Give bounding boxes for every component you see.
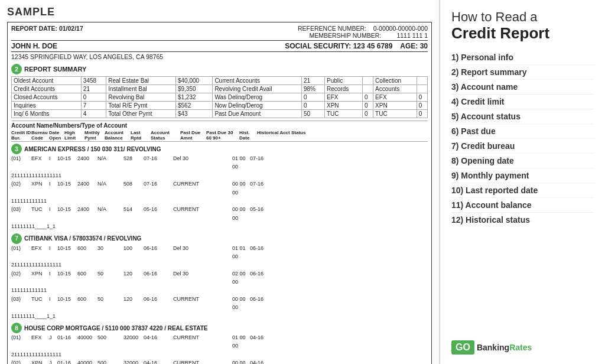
logo-area: GO Banking Rates [451, 340, 594, 355]
report-summary-section: 2 REPORT SUMMARY [11, 64, 428, 74]
badge-8: 8 [11, 323, 22, 333]
reference-block: REFERENCE NUMBER: 0-00000-00000-000 MEMB… [298, 25, 428, 39]
citibank-name: CITIBANK VISA / 578033574 / REVOLVING [24, 235, 141, 242]
list-item: 8) Opening date [451, 154, 594, 168]
list-item: 6) Past due [451, 124, 594, 139]
amex-name: AMERICAN EXPRESS / 150 030 311/ REVOLVIN… [24, 146, 161, 152]
badge-3: 3 [11, 144, 22, 154]
summary-table: Oldest Account3458 Real Estate Bal$40,00… [11, 76, 428, 118]
list-item: 7) Credit bureau [451, 139, 594, 154]
mortgage-name: HOUSE CORP MORTGAGE / 5110 000 37837 422… [24, 325, 208, 332]
right-title-line2: Credit Report [451, 25, 594, 42]
social-security: SOCIAL SECURITY: 123 45 6789 AGE: 30 [285, 42, 428, 50]
list-item: 12) Historical status [451, 213, 594, 227]
report-date: REPORT DATE: 01/02/17 [11, 25, 83, 39]
mortgage-row-2: (02)XPNJ01-16400005003200004-16CURRENT00… [11, 359, 428, 364]
report-box: REPORT DATE: 01/02/17 REFERENCE NUMBER: … [7, 22, 432, 364]
address-row: 12345 SPRINGFIELD WAY, LOS ANGELES, CA 9… [11, 51, 428, 60]
list-item: 9) Monthly payment [451, 168, 594, 183]
list-item: 2) Report summary [451, 65, 594, 80]
list-item: 4) Credit limit [451, 95, 594, 109]
table-row: Inq/ 6 Months4 Total Other Pymt$43 Past … [12, 110, 428, 118]
sample-label: SAMPLE [7, 6, 432, 18]
name-row: JOHN H. DOE SOCIAL SECURITY: 123 45 6789… [11, 40, 428, 50]
citibank-section: 7 CITIBANK VISA / 578033574 / REVOLVING [11, 233, 428, 244]
amex-section: 3 AMERICAN EXPRESS / 150 030 311/ REVOLV… [11, 144, 428, 154]
right-list: 1) Personal info 2) Report summary 3) Ac… [451, 50, 594, 334]
table-row: Inquiries7 Total R/E Pymt$562 Now Delinq… [12, 102, 428, 110]
badge-2: 2 [11, 64, 22, 74]
table-row: Credit Accounts21 Installment Bal$9,350 … [12, 85, 428, 93]
left-panel: SAMPLE REPORT DATE: 01/02/17 REFERENCE N… [0, 0, 440, 364]
list-item: 10) Last reported date [451, 183, 594, 198]
acct-section-header: Account Name/Numbers/Type of Account [11, 121, 428, 129]
logo-rates: Rates [509, 343, 532, 352]
logo-banking: Banking [477, 343, 509, 352]
person-name: JOHN H. DOE [11, 42, 57, 50]
citibank-row-2: (02)XPNI10-156005012006-16Del 3002 00 00… [11, 269, 428, 295]
mortgage-section: 8 HOUSE CORP MORTGAGE / 5110 000 37837 4… [11, 323, 428, 333]
right-panel: How to Read a Credit Report 1) Personal … [440, 0, 605, 364]
list-item: 3) Account name [451, 80, 594, 95]
table-row: Oldest Account3458 Real Estate Bal$40,00… [12, 77, 428, 85]
list-item: 5) Account status [451, 109, 594, 124]
report-header: REPORT DATE: 01/02/17 REFERENCE NUMBER: … [11, 25, 428, 39]
col-headers: Credit ID Bur. Bureau Code Date Open Hig… [11, 130, 428, 142]
badge-7: 7 [11, 233, 22, 244]
list-item: 1) Personal info [451, 50, 594, 65]
right-title-line1: How to Read a [451, 9, 594, 25]
table-row: Closed Accounts0 Revolving Bal$1,232 Was… [12, 93, 428, 102]
mortgage-row-1: (01)EFXJ01-16400005003200004-16CURRENT01… [11, 333, 428, 359]
amex-row-2: (02)XPNI10-152400N/A50807-16CURRENT00 00… [11, 180, 428, 205]
logo-go: GO [451, 340, 474, 355]
amex-row-1: (01)EFXI10-152400N/A52807-16Del 3001 00 … [11, 154, 428, 180]
list-item: 11) Account balance [451, 198, 594, 213]
citibank-row-1: (01)EFXI10-156003010006-16Del 3001 01 00… [11, 244, 428, 269]
amex-row-3: (03)TUCI10-152400N/A51405-16CURRENT00 00… [11, 205, 428, 230]
citibank-row-3: (03)TUCI10-156005012006-16CURRENT00 00 0… [11, 295, 428, 320]
